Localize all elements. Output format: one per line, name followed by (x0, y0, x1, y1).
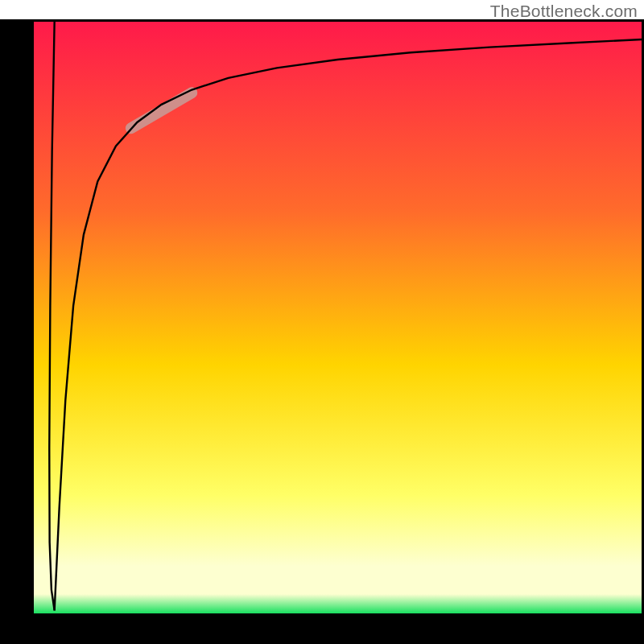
axis-bottom (0, 613, 644, 644)
bottleneck-curve (34, 22, 642, 613)
curve-highlight (131, 93, 192, 128)
curve-left-drop (49, 22, 54, 610)
axis-left (0, 19, 34, 625)
watermark-text: TheBottleneck.com (490, 2, 638, 21)
plot-area (34, 22, 642, 613)
